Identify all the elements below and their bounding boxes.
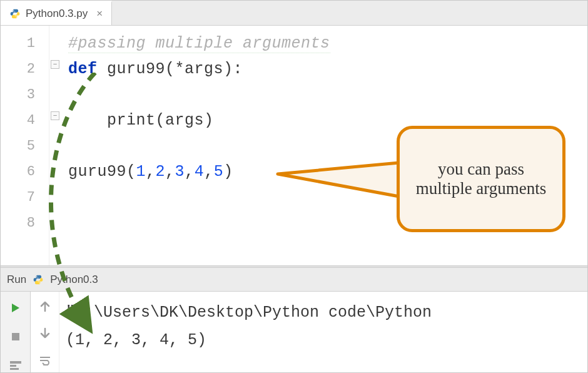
code-comment: #passing multiple arguments bbox=[68, 34, 330, 53]
console-nav bbox=[31, 292, 59, 373]
arg-num: 2 bbox=[156, 163, 166, 181]
colon: : bbox=[233, 60, 243, 78]
line-number: 3 bbox=[1, 82, 49, 108]
line-number: 2 bbox=[1, 56, 49, 82]
svg-point-5 bbox=[39, 282, 40, 283]
tab-bar: Python0.3.py × bbox=[1, 1, 587, 26]
params: (*args) bbox=[165, 60, 233, 78]
run-label: Run bbox=[7, 273, 26, 286]
line-number-gutter: 1 2 3 4 5 6 7 8 bbox=[1, 26, 49, 265]
svg-rect-7 bbox=[10, 361, 21, 364]
console-output[interactable]: "C:\Users\DK\Desktop\Python code\Python … bbox=[59, 292, 587, 373]
call-print: print bbox=[107, 111, 156, 130]
fold-gutter: − − bbox=[49, 26, 68, 265]
line-number: 5 bbox=[1, 133, 49, 159]
fold-toggle-icon[interactable]: − bbox=[51, 111, 59, 120]
callout-text: you can pass multiple arguments bbox=[412, 160, 550, 198]
python-file-icon bbox=[9, 8, 21, 19]
close-icon[interactable]: × bbox=[96, 8, 103, 20]
svg-point-4 bbox=[36, 275, 37, 276]
svg-point-1 bbox=[16, 17, 17, 18]
function-name: guru99 bbox=[107, 60, 165, 78]
svg-rect-6 bbox=[12, 333, 19, 340]
annotation-callout: you can pass multiple arguments bbox=[397, 126, 565, 232]
line-number: 4 bbox=[1, 108, 49, 133]
line-number: 1 bbox=[1, 31, 49, 56]
line-number: 7 bbox=[1, 185, 49, 210]
line-number: 6 bbox=[1, 159, 49, 185]
arg-num: 4 bbox=[195, 163, 205, 181]
fold-toggle-icon[interactable]: − bbox=[51, 60, 59, 69]
arg-num: 3 bbox=[175, 163, 185, 181]
svg-point-0 bbox=[13, 10, 14, 11]
tab-filename: Python0.3.py bbox=[26, 8, 88, 20]
arrow-down-icon[interactable] bbox=[39, 327, 51, 339]
tab-file[interactable]: Python0.3.py × bbox=[1, 1, 112, 25]
arg-num: 5 bbox=[214, 163, 224, 181]
arg-num: 1 bbox=[136, 163, 146, 181]
console-toolbar bbox=[1, 292, 31, 373]
run-panel-header: Run Python0.3 bbox=[1, 268, 587, 292]
open-paren: ( bbox=[126, 163, 136, 181]
run-button[interactable] bbox=[8, 300, 23, 315]
layout-icon[interactable] bbox=[8, 358, 23, 373]
stop-button[interactable] bbox=[8, 329, 23, 344]
run-console: "C:\Users\DK\Desktop\Python code\Python … bbox=[1, 292, 587, 373]
run-config-name: Python0.3 bbox=[50, 273, 98, 286]
python-file-icon bbox=[33, 274, 44, 285]
call-fn: guru99 bbox=[68, 163, 126, 181]
line-number: 8 bbox=[1, 210, 49, 236]
wrap-icon[interactable] bbox=[38, 353, 53, 368]
print-args: (args) bbox=[156, 111, 214, 130]
keyword-def: def bbox=[68, 60, 98, 78]
svg-rect-9 bbox=[10, 368, 19, 370]
output-line: (1, 2, 3, 4, 5) bbox=[66, 331, 206, 349]
code-editor[interactable]: 1 2 3 4 5 6 7 8 − − #passing multiple ar… bbox=[1, 26, 587, 265]
svg-rect-8 bbox=[10, 365, 16, 367]
output-line: "C:\Users\DK\Desktop\Python code\Python bbox=[66, 304, 432, 322]
close-paren: ) bbox=[223, 163, 233, 181]
arrow-up-icon[interactable] bbox=[39, 300, 51, 313]
